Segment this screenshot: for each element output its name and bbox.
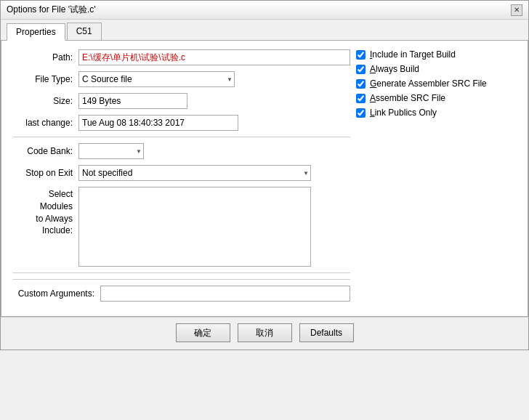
generate-assembler-label: Generate Assembler SRC File xyxy=(370,78,487,89)
stop-on-exit-label: Stop on Exit xyxy=(13,168,78,178)
link-publics-checkbox[interactable] xyxy=(356,108,366,118)
include-target-build-row: Include in Target Build xyxy=(356,49,516,60)
tab-content: Path: File Type: C Source fileAssembly S… xyxy=(1,41,528,317)
stop-on-exit-wrapper: Not specifiedAlwaysNever ▼ xyxy=(78,165,311,181)
link-publics-row: Link Publics Only xyxy=(356,108,516,118)
always-build-row: Always Build xyxy=(356,64,516,74)
assemble-src-checkbox[interactable] xyxy=(356,94,366,103)
link-publics-label: Link Publics Only xyxy=(370,108,437,118)
select-modules-row: Select Modulesto AlwaysInclude: xyxy=(13,187,350,267)
dialog-title: Options for File '试验.c' xyxy=(7,4,96,16)
tab-c51[interactable]: C51 xyxy=(67,23,102,40)
code-bank-select[interactable] xyxy=(78,143,144,159)
left-section: Path: File Type: C Source fileAssembly S… xyxy=(13,49,350,307)
last-change-label: last change: xyxy=(13,118,78,128)
last-change-input xyxy=(78,115,238,131)
close-button[interactable]: ✕ xyxy=(511,4,522,16)
file-type-wrapper: C Source fileAssembly Source fileHeader … xyxy=(78,71,235,87)
code-bank-row: Code Bank: ▼ xyxy=(13,143,350,159)
stop-on-exit-select[interactable]: Not specifiedAlwaysNever xyxy=(78,165,311,181)
title-bar: Options for File '试验.c' ✕ xyxy=(1,1,528,20)
assemble-src-label: Assemble SRC File xyxy=(370,93,445,103)
divider-1 xyxy=(13,137,350,137)
divider-2 xyxy=(13,272,350,273)
path-label: Path: xyxy=(13,52,78,62)
assemble-src-row: Assemble SRC File xyxy=(356,93,516,103)
button-bar: 确定 取消 Defaults xyxy=(1,317,528,350)
file-type-label: File Type: xyxy=(13,74,78,84)
custom-args-input[interactable] xyxy=(100,286,350,302)
size-input xyxy=(78,93,187,109)
options-dialog: Options for File '试验.c' ✕ Properties C51… xyxy=(0,0,529,350)
always-build-checkbox[interactable] xyxy=(356,65,366,74)
generate-assembler-row: Generate Assembler SRC File xyxy=(356,78,516,89)
path-input[interactable] xyxy=(78,49,350,65)
generate-assembler-checkbox[interactable] xyxy=(356,79,366,89)
file-type-select[interactable]: C Source fileAssembly Source fileHeader … xyxy=(78,71,235,87)
custom-args-row: Custom Arguments: xyxy=(13,279,350,302)
code-bank-label: Code Bank: xyxy=(13,146,78,156)
include-target-build-checkbox[interactable] xyxy=(356,50,366,60)
file-type-row: File Type: C Source fileAssembly Source … xyxy=(13,71,350,87)
select-modules-label: Select Modulesto AlwaysInclude: xyxy=(13,187,78,237)
path-row: Path: xyxy=(13,49,350,65)
ok-button[interactable]: 确定 xyxy=(176,323,230,342)
cancel-button[interactable]: 取消 xyxy=(238,323,292,342)
right-section: Include in Target Build Always Build Gen… xyxy=(356,49,516,307)
tab-properties[interactable]: Properties xyxy=(7,23,65,41)
always-build-label: Always Build xyxy=(370,64,419,74)
include-target-build-label: Include in Target Build xyxy=(370,49,456,60)
size-row: Size: xyxy=(13,93,350,109)
custom-args-label: Custom Arguments: xyxy=(13,288,100,299)
defaults-button[interactable]: Defaults xyxy=(299,323,354,342)
size-label: Size: xyxy=(13,96,78,106)
code-bank-wrapper: ▼ xyxy=(78,143,144,159)
tab-bar: Properties C51 xyxy=(1,20,528,41)
last-change-row: last change: xyxy=(13,115,350,131)
main-layout: Path: File Type: C Source fileAssembly S… xyxy=(13,49,516,307)
modules-textarea[interactable] xyxy=(78,187,311,267)
stop-on-exit-row: Stop on Exit Not specifiedAlwaysNever ▼ xyxy=(13,165,350,181)
